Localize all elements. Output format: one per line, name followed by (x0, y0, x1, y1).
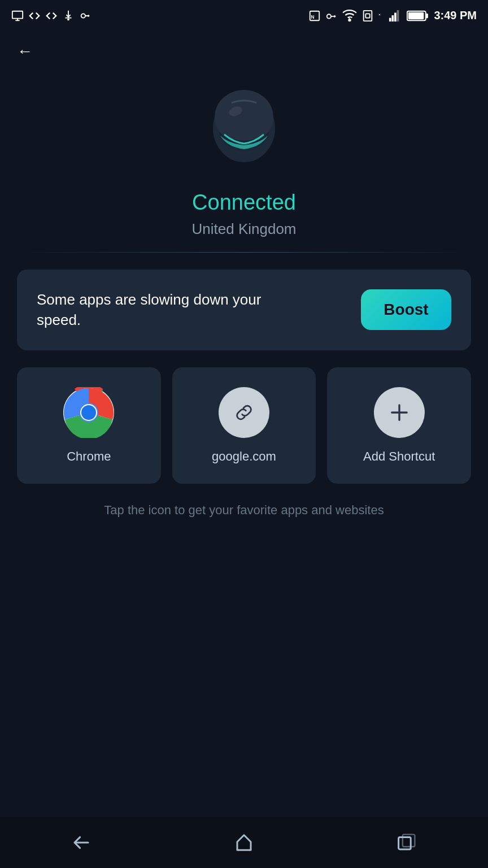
code1-icon (28, 10, 41, 22)
battery-icon (407, 10, 429, 22)
usb-icon (62, 10, 75, 22)
svg-rect-9 (364, 10, 372, 20)
svg-rect-14 (392, 15, 394, 21)
hint-text: Tap the icon to get your favorite apps a… (93, 501, 395, 519)
svg-point-7 (327, 14, 331, 18)
time-display: 3:49 PM (434, 9, 477, 22)
google-label: google.com (212, 449, 276, 464)
chrome-icon-container (63, 387, 114, 438)
status-bar: N (0, 0, 488, 31)
status-icons-left (11, 10, 91, 22)
svg-rect-0 (12, 11, 23, 18)
sim-icon (361, 10, 374, 22)
x-signal-icon (378, 10, 383, 22)
link-icon (232, 400, 256, 425)
svg-point-8 (349, 19, 351, 20)
add-shortcut-label: Add Shortcut (363, 449, 435, 464)
nav-home-icon (234, 832, 254, 853)
back-arrow-icon: ← (17, 42, 33, 60)
boost-card: Some apps are slowing down your speed. B… (17, 270, 471, 350)
screenshot-icon (11, 10, 24, 22)
boost-button[interactable]: Boost (361, 289, 451, 330)
svg-rect-31 (399, 837, 411, 849)
svg-point-28 (81, 405, 96, 420)
back-button[interactable]: ← (0, 31, 488, 72)
shortcuts-grid: Chrome google.com (17, 367, 471, 484)
svg-text:N: N (311, 14, 315, 19)
wifi-icon (342, 8, 357, 23)
google-circle (219, 387, 269, 438)
svg-rect-19 (426, 13, 428, 18)
nav-bar (0, 817, 488, 868)
plus-icon (387, 400, 412, 425)
location-label: United Kingdom (192, 220, 297, 238)
add-circle (374, 387, 425, 438)
svg-point-4 (81, 14, 85, 18)
signal-icon (387, 10, 402, 22)
vpnkey-icon (325, 10, 338, 22)
svg-rect-18 (408, 12, 424, 19)
svg-rect-16 (397, 10, 399, 21)
divider (17, 252, 471, 253)
boost-message: Some apps are slowing down your speed. (37, 289, 265, 331)
status-icons-right: N (308, 8, 477, 23)
chrome-icon (63, 387, 114, 438)
svg-rect-15 (394, 12, 396, 21)
nav-back-button[interactable] (63, 824, 100, 861)
nav-recents-icon (396, 832, 417, 853)
svg-point-3 (67, 18, 69, 20)
connected-status: Connected (192, 190, 296, 215)
nfc-icon: N (308, 10, 321, 22)
google-icon-container (219, 387, 269, 438)
code2-icon (45, 10, 58, 22)
chrome-label: Chrome (67, 449, 111, 464)
shortcut-google[interactable]: google.com (172, 367, 316, 484)
nav-home-button[interactable] (225, 824, 263, 861)
shortcut-chrome[interactable]: Chrome (17, 367, 161, 484)
key-icon (79, 10, 91, 22)
add-icon-container (374, 387, 425, 438)
helmet-illustration (196, 83, 292, 179)
svg-rect-32 (403, 835, 415, 847)
svg-rect-10 (366, 14, 370, 18)
main-content: Connected United Kingdom Some apps are s… (0, 72, 488, 519)
shortcut-add[interactable]: Add Shortcut (327, 367, 471, 484)
nav-recents-button[interactable] (388, 824, 425, 861)
svg-rect-13 (389, 18, 391, 21)
nav-back-icon (71, 832, 91, 853)
